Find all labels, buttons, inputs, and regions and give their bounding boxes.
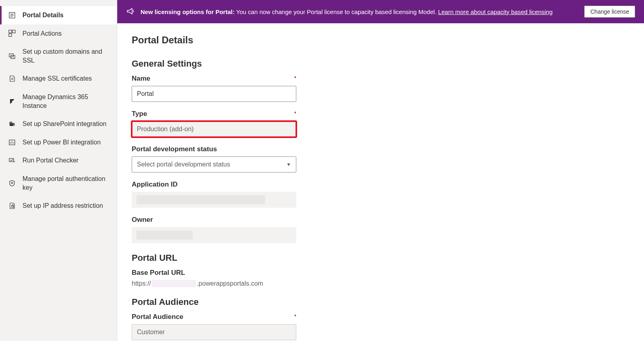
svg-rect-6 (9, 34, 12, 37)
details-icon (8, 11, 16, 19)
required-icon: * (294, 314, 296, 319)
url-prefix: https:// (132, 280, 151, 287)
banner-prefix: New licensing options for Portal: (141, 8, 234, 15)
nav-custom-domains[interactable]: Set up custom domains and SSL (0, 43, 117, 69)
nav-label: Set up IP address restriction (22, 201, 110, 210)
nav-label: Set up custom domains and SSL (22, 47, 110, 65)
redacted-subdomain (152, 280, 196, 287)
form-group-owner: Owner (132, 216, 630, 243)
app-id-label: Application ID (132, 181, 630, 189)
svg-rect-20 (12, 206, 14, 207)
form-group-audience: Portal Audience * Customer (132, 313, 630, 340)
nav-label: Manage SSL certificates (22, 74, 110, 83)
nav-portal-checker[interactable]: Run Portal Checker (0, 151, 117, 170)
svg-rect-13 (10, 124, 13, 126)
megaphone-icon (126, 7, 135, 17)
form-group-name: Name * (132, 75, 630, 102)
svg-rect-4 (9, 30, 12, 33)
nav-ssl-certificates[interactable]: Manage SSL certificates (0, 69, 117, 88)
name-input[interactable] (132, 86, 296, 102)
dynamics-icon (8, 97, 16, 106)
nav-sharepoint[interactable]: Set up SharePoint integration (0, 115, 117, 133)
change-license-button[interactable]: Change license (584, 6, 635, 18)
licensing-banner: New licensing options for Portal: You ca… (117, 0, 644, 23)
required-icon: * (294, 75, 296, 81)
nav-powerbi[interactable]: Set up Power BI integration (0, 133, 117, 152)
nav-portal-details[interactable]: Portal Details (0, 6, 117, 24)
redacted-value (137, 195, 265, 204)
page-title: Portal Details (132, 35, 630, 46)
form-group-type: Type * Production (add-on) (132, 110, 630, 137)
banner-body: You can now change your Portal license t… (234, 8, 438, 15)
dev-status-label: Portal development status (132, 145, 630, 153)
redacted-value (137, 231, 193, 240)
powerbi-icon (8, 138, 16, 146)
svg-point-19 (11, 182, 13, 184)
banner-link[interactable]: Learn more about capacity based licensin… (438, 8, 552, 15)
actions-icon (8, 29, 16, 37)
banner-text: New licensing options for Portal: You ca… (141, 8, 560, 15)
app-id-field (132, 192, 296, 208)
owner-label: Owner (132, 216, 630, 224)
nav-label: Portal Actions (22, 29, 110, 38)
section-general-title: General Settings (132, 59, 630, 69)
base-url-label: Base Portal URL (132, 269, 630, 277)
base-url-value: https:// .powerappsportals.com (132, 280, 630, 287)
nav-label: Portal Details (22, 11, 110, 20)
nav-ip-restriction[interactable]: Set up IP address restriction (0, 197, 117, 215)
domains-icon (8, 52, 16, 60)
nav-portal-actions[interactable]: Portal Actions (0, 24, 117, 43)
nav-label: Run Portal Checker (22, 156, 110, 165)
svg-rect-18 (9, 158, 14, 162)
url-suffix: .powerappsportals.com (197, 280, 263, 287)
audience-label: Portal Audience * (132, 313, 630, 321)
nav-dynamics-instance[interactable]: Manage Dynamics 365 Instance (0, 88, 117, 115)
form-group-dev-status: Portal development status Select portal … (132, 145, 630, 173)
chevron-down-icon: ▼ (286, 162, 291, 167)
nav-auth-key[interactable]: Manage portal authentication key (0, 170, 117, 197)
shield-icon (8, 179, 16, 187)
main-area: New licensing options for Portal: You ca… (117, 0, 644, 341)
audience-field: Customer (132, 324, 296, 340)
section-audience-title: Portal Audience (132, 297, 630, 307)
sidebar-nav: Portal Details Portal Actions Set up cus… (0, 0, 117, 341)
checker-icon (8, 156, 16, 164)
certificates-icon (8, 75, 16, 83)
content-scroll[interactable]: Portal Details General Settings Name * T… (117, 23, 644, 341)
owner-field (132, 227, 296, 243)
type-field-highlighted: Production (add-on) (132, 121, 296, 137)
form-group-base-url: Base Portal URL https:// .powerappsporta… (132, 269, 630, 287)
nav-label: Manage Dynamics 365 Instance (22, 93, 110, 110)
nav-label: Set up Power BI integration (22, 138, 110, 147)
nav-label: Manage portal authentication key (22, 175, 110, 192)
audience-value: Customer (137, 329, 165, 336)
type-value: Production (add-on) (137, 126, 194, 133)
required-icon: * (294, 111, 296, 116)
section-url-title: Portal URL (132, 253, 630, 263)
sharepoint-icon (8, 120, 16, 128)
nav-label: Set up SharePoint integration (22, 120, 110, 128)
ip-restriction-icon (8, 202, 16, 210)
form-group-app-id: Application ID (132, 181, 630, 208)
dev-status-select[interactable]: Select portal development status ▼ (132, 156, 296, 173)
dev-status-placeholder: Select portal development status (137, 161, 230, 168)
type-label: Type * (132, 110, 630, 118)
name-label: Name * (132, 75, 630, 83)
svg-rect-5 (12, 30, 15, 33)
